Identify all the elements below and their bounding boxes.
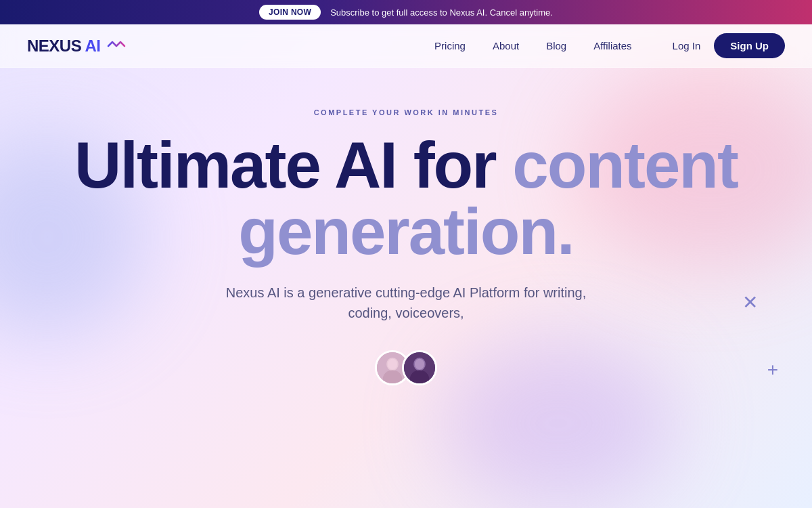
signup-button[interactable]: Sign Up [714, 33, 785, 58]
logo[interactable]: NEXUS AI [27, 37, 126, 56]
hero-section: COMPLETE YOUR WORK IN MINUTES Ultimate A… [0, 68, 812, 323]
join-now-button[interactable]: JOIN NOW [259, 5, 321, 20]
nav-about[interactable]: About [493, 40, 519, 51]
avatars-container [0, 350, 812, 385]
logo-icon [107, 40, 126, 52]
logo-nexus: NEXUS [27, 37, 85, 55]
navbar: NEXUS AI Pricing About Blog Affiliates L… [0, 24, 812, 68]
hero-desc-line1: Nexus AI is a generative cutting-edge AI… [226, 285, 586, 300]
hero-description: Nexus AI is a generative cutting-edge AI… [41, 282, 771, 323]
nav-links: Pricing About Blog Affiliates [434, 40, 632, 51]
login-button[interactable]: Log In [673, 40, 701, 51]
avatar-2 [402, 350, 437, 385]
top-banner: JOIN NOW Subscribe to get full access to… [0, 0, 812, 24]
banner-message: Subscribe to get full access to Nexus AI… [330, 7, 553, 18]
avatars-group [375, 350, 437, 385]
hero-desc-line2: coding, voiceovers, [348, 305, 464, 320]
hero-title-dark: Ultimate AI for [74, 129, 512, 201]
nav-blog[interactable]: Blog [546, 40, 566, 51]
hero-title-line1: Ultimate AI for content [41, 133, 771, 198]
svg-point-3 [388, 359, 397, 370]
deco-x-icon: ✕ [742, 291, 758, 314]
logo-ai: AI [85, 37, 100, 55]
hero-title-purple: content [512, 129, 738, 201]
svg-point-7 [415, 359, 424, 370]
logo-text: NEXUS AI [27, 37, 100, 56]
nav-affiliates[interactable]: Affiliates [593, 40, 631, 51]
nav-pricing[interactable]: Pricing [434, 40, 466, 51]
hero-title-line2: generation. [41, 198, 771, 266]
nav-actions: Log In Sign Up [673, 33, 785, 58]
hero-label: COMPLETE YOUR WORK IN MINUTES [41, 108, 771, 117]
